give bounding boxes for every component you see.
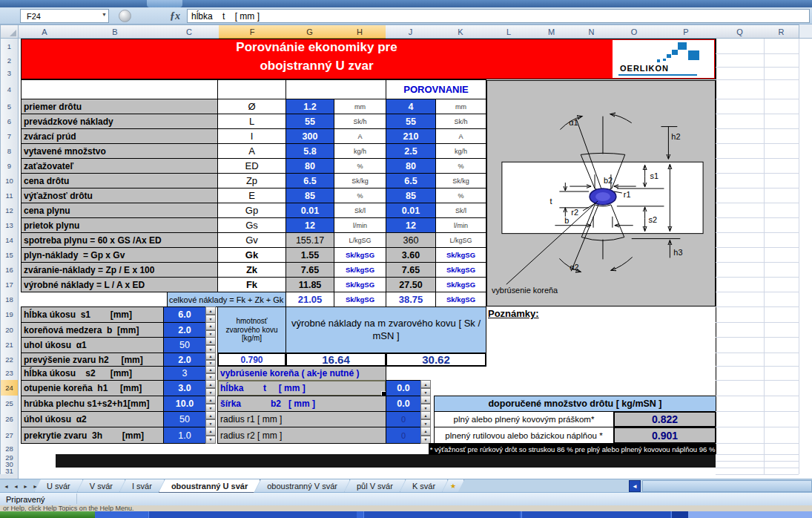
param-value-2[interactable]: 0.01 bbox=[386, 203, 436, 218]
param-label[interactable]: zváranie-náklady = Zp / E x 100 bbox=[21, 262, 218, 278]
param-unit-1[interactable]: A bbox=[334, 128, 386, 144]
tab-scroll-left-icon[interactable]: ◄ bbox=[629, 480, 641, 492]
spinner-up-icon[interactable]: ▲ bbox=[205, 366, 216, 373]
spinner-up-icon[interactable]: ▲ bbox=[420, 380, 431, 388]
param-value-1[interactable]: 85 bbox=[285, 188, 334, 203]
param-label[interactable]: plyn-náklady = Gp x Gv bbox=[21, 247, 218, 263]
param-value-2[interactable]: 6.5 bbox=[386, 173, 436, 188]
param-value-2[interactable]: 210 bbox=[386, 128, 436, 144]
param-unit-1[interactable]: mm bbox=[334, 99, 386, 114]
param-symbol[interactable]: Gv bbox=[217, 232, 286, 248]
recommend-value[interactable]: 0.822 bbox=[613, 411, 716, 427]
root-input-label[interactable]: šírka b2 [ mm ] bbox=[217, 396, 386, 412]
param-unit-1[interactable]: l/min bbox=[334, 217, 386, 233]
param-symbol[interactable]: ED bbox=[217, 158, 286, 174]
param-unit-1[interactable]: Sk/kgSG bbox=[334, 262, 386, 278]
param-label[interactable]: výťažnosť drôtu bbox=[21, 188, 218, 203]
param-value-1[interactable]: 80 bbox=[285, 158, 334, 174]
param-value-2[interactable]: 2.5 bbox=[386, 143, 436, 159]
geometry-input-value[interactable]: 1.0 bbox=[163, 427, 206, 444]
taskbar-button[interactable] bbox=[521, 511, 670, 518]
param-unit-1[interactable]: Sk/kgSG bbox=[334, 277, 386, 292]
param-value-1[interactable]: 5.8 bbox=[285, 143, 334, 159]
geometry-input-value[interactable]: 6.0 bbox=[163, 306, 206, 323]
recommend-value[interactable]: 0.901 bbox=[613, 427, 716, 444]
total-unit-2[interactable]: Sk/kgSG bbox=[435, 292, 486, 307]
param-label[interactable]: priemer drôtu bbox=[21, 99, 218, 114]
geometry-input-label[interactable]: hrúbka plechu s1+s2+h1[mm] bbox=[21, 396, 164, 412]
mass-value[interactable]: 0.790 bbox=[217, 353, 286, 367]
sheet-tab-1[interactable]: V svár bbox=[77, 479, 125, 493]
param-unit-2[interactable]: l/min bbox=[435, 217, 486, 233]
root-input-label[interactable]: hĺbka t [ mm ] bbox=[217, 380, 386, 396]
param-value-2[interactable]: 3.60 bbox=[386, 247, 436, 263]
weld-diagram[interactable]: α1 h2 s1 b2 r1 t r2 b s2 h3 α2 vybrúseni… bbox=[486, 80, 716, 306]
param-value-1[interactable]: 7.65 bbox=[285, 262, 334, 278]
param-value-2[interactable]: 12 bbox=[386, 217, 436, 233]
spinner-up-icon[interactable]: ▲ bbox=[205, 306, 216, 315]
param-symbol[interactable]: Gp bbox=[217, 203, 286, 218]
sheet-tab-3[interactable]: oboustranný U svár bbox=[159, 479, 260, 493]
param-unit-2[interactable]: L/kgSG bbox=[435, 232, 486, 248]
geometry-input-label[interactable]: hĺbka úkosu s1 [mm] bbox=[21, 306, 164, 323]
tab-nav-previous-sheet-icon[interactable]: ◄ bbox=[11, 479, 21, 493]
root-input-value[interactable]: 0 bbox=[386, 427, 421, 444]
param-value-1[interactable]: 0.01 bbox=[285, 203, 334, 218]
horizontal-scrollbar[interactable] bbox=[642, 480, 812, 492]
param-label[interactable]: prevádzkové náklady bbox=[21, 114, 218, 129]
geometry-input-value[interactable]: 10.0 bbox=[163, 396, 206, 412]
param-symbol[interactable]: Zp bbox=[217, 173, 286, 188]
param-value-1[interactable]: 155.17 bbox=[285, 232, 334, 248]
spinner-up-icon[interactable]: ▲ bbox=[205, 411, 216, 419]
notes-heading[interactable]: Poznámky: bbox=[488, 308, 607, 322]
param-value-2[interactable]: 85 bbox=[386, 188, 436, 203]
param-unit-1[interactable]: Sk/kg bbox=[334, 173, 386, 188]
root-input-value[interactable]: 0.0 bbox=[386, 396, 421, 412]
geometry-input-label[interactable]: koreňová medzera b [mm] bbox=[21, 322, 164, 338]
param-value-2[interactable]: 4 bbox=[386, 99, 436, 114]
param-value-1[interactable]: 11.85 bbox=[285, 277, 334, 292]
geometry-input-value[interactable]: 50 bbox=[163, 411, 206, 427]
spinner-up-icon[interactable]: ▲ bbox=[205, 322, 216, 330]
total-value-1[interactable]: 21.05 bbox=[285, 292, 334, 307]
geometry-input-value[interactable]: 3.0 bbox=[163, 380, 206, 396]
taskbar-button[interactable] bbox=[363, 511, 520, 518]
spinner-up-icon[interactable]: ▲ bbox=[205, 337, 216, 345]
param-symbol[interactable]: Gk bbox=[217, 247, 286, 263]
param-symbol[interactable]: L bbox=[217, 114, 286, 129]
mass-header[interactable]: hmotnosť zvarového kovu [kg/m] bbox=[217, 306, 286, 353]
geometry-input-value[interactable]: 2.0 bbox=[163, 322, 206, 338]
total-unit-1[interactable]: Sk/kgSG bbox=[334, 292, 386, 307]
param-value-2[interactable]: 55 bbox=[386, 114, 436, 129]
param-unit-1[interactable]: kg/h bbox=[334, 143, 386, 159]
param-unit-1[interactable]: Sk/kgSG bbox=[334, 247, 386, 263]
root-input-value[interactable]: 0 bbox=[386, 411, 421, 427]
geometry-input-label[interactable]: hĺbka úkosu s2 [mm] bbox=[21, 366, 164, 381]
param-value-2[interactable]: 360 bbox=[386, 232, 436, 248]
param-label[interactable]: zaťažovateľ bbox=[21, 158, 218, 174]
param-value-2[interactable]: 80 bbox=[386, 158, 436, 174]
param-symbol[interactable]: I bbox=[217, 128, 286, 144]
recommend-header[interactable]: doporučené množstvo drôtu [ kg/mSN ] bbox=[434, 396, 716, 412]
tab-nav-next-sheet-icon[interactable]: ► bbox=[21, 479, 30, 493]
geometry-input-value[interactable]: 2.0 bbox=[163, 353, 206, 367]
sheet-tab-5[interactable]: půl V svár bbox=[344, 479, 406, 493]
root-input-label[interactable]: radius r1 [ mm ] bbox=[217, 411, 386, 427]
param-label[interactable]: výrobné náklady = L / A x ED bbox=[21, 277, 218, 292]
new-sheet-icon[interactable]: ★ bbox=[450, 482, 456, 490]
param-value-1[interactable]: 6.5 bbox=[285, 173, 334, 188]
param-value-1[interactable]: 1.55 bbox=[285, 247, 334, 263]
geometry-input-label[interactable]: uhol úkosu α1 bbox=[21, 337, 164, 353]
param-unit-1[interactable]: % bbox=[334, 188, 386, 203]
recommend-label[interactable]: plný alebo plnený kovovým práškom* bbox=[434, 411, 614, 427]
param-unit-2[interactable]: Sk/h bbox=[435, 114, 486, 129]
param-value-2[interactable]: 7.65 bbox=[386, 262, 436, 278]
param-unit-1[interactable]: % bbox=[334, 158, 386, 174]
geometry-input-label[interactable]: prekrytie zvaru 3h [mm] bbox=[21, 427, 164, 444]
header-empty-cell[interactable] bbox=[217, 79, 286, 99]
param-symbol[interactable]: Gs bbox=[217, 217, 286, 233]
recommend-label[interactable]: plnený rutilovou alebo bázickou náplňou … bbox=[434, 427, 614, 444]
param-unit-2[interactable]: Sk/kgSG bbox=[435, 277, 486, 292]
sheet-tab-2[interactable]: I svár bbox=[119, 479, 165, 493]
param-symbol[interactable]: E bbox=[217, 188, 286, 203]
